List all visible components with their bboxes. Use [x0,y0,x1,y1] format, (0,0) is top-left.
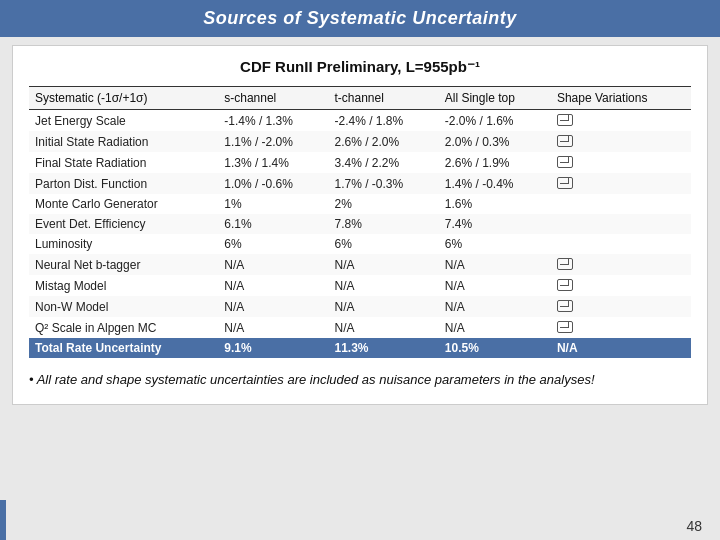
table-row: Final State Radiation 1.3% / 1.4% 3.4% /… [29,152,691,173]
shape-icon-cell [551,296,691,317]
cell-s-channel: 1% [218,194,328,214]
table-row: Q² Scale in Alpgen MC N/A N/A N/A [29,317,691,338]
cell-t-channel: N/A [329,317,439,338]
shape-empty-cell [551,234,691,254]
cell-t-channel: 2.6% / 2.0% [329,131,439,152]
table-row: Parton Dist. Function 1.0% / -0.6% 1.7% … [29,173,691,194]
table-row: Neural Net b-tagger N/A N/A N/A [29,254,691,275]
title-text: Sources of Systematic Uncertainty [203,8,517,28]
col-header-shape: Shape Variations [551,87,691,110]
table-row: Non-W Model N/A N/A N/A [29,296,691,317]
uncertainty-table: Systematic (-1σ/+1σ) s-channel t-channel… [29,86,691,358]
shape-icon-cell [551,317,691,338]
cell-s-channel: 1.0% / -0.6% [218,173,328,194]
subtitle: CDF RunII Preliminary, L=955pb⁻¹ [29,58,691,76]
cell-systematic: Monte Carlo Generator [29,194,218,214]
cell-systematic: Final State Radiation [29,152,218,173]
cell-s-channel: -1.4% / 1.3% [218,110,328,132]
cell-all-single: 7.4% [439,214,551,234]
shape-icon [557,320,573,332]
cell-all-single: 2.0% / 0.3% [439,131,551,152]
col-header-all-single: All Single top [439,87,551,110]
shape-icon-cell [551,131,691,152]
shape-icon-cell [551,152,691,173]
shape-icon [557,155,573,167]
cell-t-channel: 6% [329,234,439,254]
cell-systematic: Parton Dist. Function [29,173,218,194]
cell-s-channel: N/A [218,296,328,317]
cell-t-channel: N/A [329,275,439,296]
cell-all-single: 1.6% [439,194,551,214]
cell-all-single: -2.0% / 1.6% [439,110,551,132]
cell-systematic: Neural Net b-tagger [29,254,218,275]
col-header-systematic: Systematic (-1σ/+1σ) [29,87,218,110]
cell-systematic: Initial State Radiation [29,131,218,152]
cell-t-channel: N/A [329,296,439,317]
cell-all-single: N/A [439,275,551,296]
shape-icon [557,113,573,125]
total-label: Total Rate Uncertainty [29,338,218,358]
total-row: Total Rate Uncertainty 9.1% 11.3% 10.5% … [29,338,691,358]
cell-all-single: 1.4% / -0.4% [439,173,551,194]
cell-s-channel: N/A [218,254,328,275]
cell-all-single: N/A [439,317,551,338]
left-bar [0,500,6,540]
table-row: Luminosity 6% 6% 6% [29,234,691,254]
cell-all-single: N/A [439,296,551,317]
shape-empty-cell [551,194,691,214]
shape-icon-cell [551,254,691,275]
table-row: Monte Carlo Generator 1% 2% 1.6% [29,194,691,214]
table-header-row: Systematic (-1σ/+1σ) s-channel t-channel… [29,87,691,110]
cell-s-channel: 1.1% / -2.0% [218,131,328,152]
cell-s-channel: N/A [218,317,328,338]
col-header-t-channel: t-channel [329,87,439,110]
cell-all-single: N/A [439,254,551,275]
shape-icon [557,299,573,311]
col-header-s-channel: s-channel [218,87,328,110]
shape-icon-cell [551,110,691,132]
cell-systematic: Non-W Model [29,296,218,317]
cell-t-channel: -2.4% / 1.8% [329,110,439,132]
table-row: Jet Energy Scale -1.4% / 1.3% -2.4% / 1.… [29,110,691,132]
shape-icon-cell [551,173,691,194]
cell-systematic: Event Det. Efficiency [29,214,218,234]
shape-empty-cell [551,214,691,234]
cell-t-channel: 2% [329,194,439,214]
shape-icon [557,134,573,146]
cell-systematic: Luminosity [29,234,218,254]
cell-systematic: Q² Scale in Alpgen MC [29,317,218,338]
cell-s-channel: 6.1% [218,214,328,234]
table-row: Mistag Model N/A N/A N/A [29,275,691,296]
cell-t-channel: N/A [329,254,439,275]
table-row: Event Det. Efficiency 6.1% 7.8% 7.4% [29,214,691,234]
total-all-single: 10.5% [439,338,551,358]
table-row: Initial State Radiation 1.1% / -2.0% 2.6… [29,131,691,152]
footnote: • All rate and shape systematic uncertai… [29,370,691,390]
cell-s-channel: N/A [218,275,328,296]
cell-s-channel: 6% [218,234,328,254]
cell-systematic: Jet Energy Scale [29,110,218,132]
shape-icon [557,257,573,269]
cell-t-channel: 1.7% / -0.3% [329,173,439,194]
shape-icon [557,176,573,188]
total-t-channel: 11.3% [329,338,439,358]
shape-icon [557,278,573,290]
cell-all-single: 6% [439,234,551,254]
cell-all-single: 2.6% / 1.9% [439,152,551,173]
shape-icon-cell [551,275,691,296]
cell-s-channel: 1.3% / 1.4% [218,152,328,173]
cell-systematic: Mistag Model [29,275,218,296]
cell-t-channel: 3.4% / 2.2% [329,152,439,173]
total-shape: N/A [551,338,691,358]
page-number: 48 [686,518,702,534]
content-area: CDF RunII Preliminary, L=955pb⁻¹ Systema… [12,45,708,405]
cell-t-channel: 7.8% [329,214,439,234]
title-bar: Sources of Systematic Uncertainty [0,0,720,37]
total-s-channel: 9.1% [218,338,328,358]
